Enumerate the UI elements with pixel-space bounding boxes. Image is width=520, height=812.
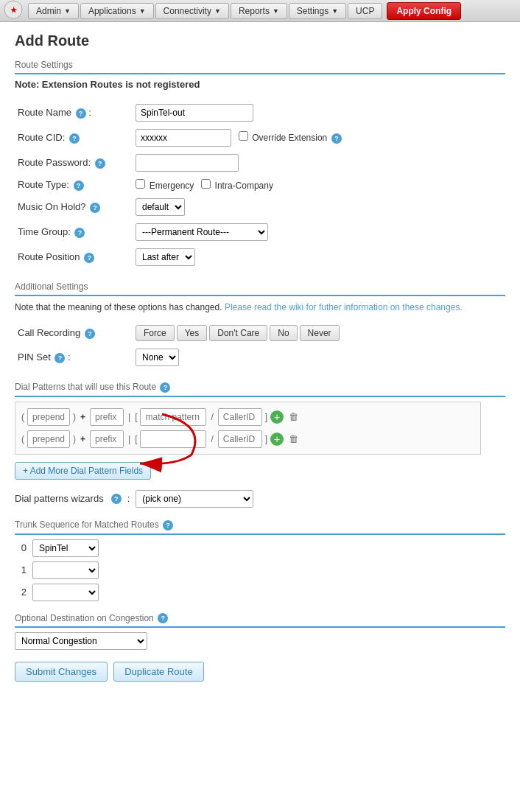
admin-arrow-icon: ▼ xyxy=(64,7,71,15)
route-settings-section: Route Settings Note: Extension Routes is… xyxy=(15,60,505,270)
dial-patterns-header: Dial Patterns that will use this Route ? xyxy=(15,382,505,397)
override-extension-checkbox[interactable] xyxy=(239,131,248,141)
svg-text:★: ★ xyxy=(10,6,18,14)
wizards-help-icon[interactable]: ? xyxy=(111,494,122,504)
dial-patterns-help-icon[interactable]: ? xyxy=(160,382,170,393)
trunk-select-0[interactable]: SpinTel xyxy=(32,539,99,557)
callerid-input-2[interactable] xyxy=(218,430,262,448)
logo: ★ xyxy=(3,0,24,21)
call-recording-help-icon[interactable]: ? xyxy=(85,329,95,339)
congestion-dropdown-row: Normal Congestion xyxy=(15,632,505,650)
match-input-2[interactable] xyxy=(140,430,206,448)
route-settings-header: Route Settings xyxy=(15,60,505,74)
route-type-label: Route Type: xyxy=(18,179,69,190)
time-group-select[interactable]: ---Permanent Route--- xyxy=(136,223,268,241)
music-on-hold-row: Music On Hold? ? default xyxy=(15,195,505,220)
emergency-label: Emergency xyxy=(150,181,194,191)
prefix-input-1[interactable] xyxy=(90,408,124,426)
route-name-label: Route Name xyxy=(18,107,71,118)
add-more-container: + Add More Dial Pattern Fields xyxy=(15,462,151,480)
route-cid-row: Route CID: ? Override Extension ? xyxy=(15,125,505,150)
pin-set-help-icon[interactable]: ? xyxy=(55,353,65,363)
prepend-input-2[interactable] xyxy=(27,430,70,448)
route-password-input[interactable] xyxy=(136,154,239,172)
route-password-row: Route Password: ? xyxy=(15,150,505,175)
intra-company-label: Intra-Company xyxy=(215,181,273,191)
add-row-1-icon[interactable]: + xyxy=(270,410,284,424)
force-button[interactable]: Force xyxy=(136,325,175,341)
reports-menu[interactable]: Reports ▼ xyxy=(231,3,287,19)
emergency-checkbox[interactable] xyxy=(136,179,145,189)
additional-settings-header: Additional Settings xyxy=(15,281,505,296)
trunk-sequence-header: Trunk Sequence for Matched Routes ? xyxy=(15,519,505,535)
prefix-input-2[interactable] xyxy=(90,430,124,448)
apply-config-button[interactable]: Apply Config xyxy=(387,2,461,20)
wizards-label: Dial patterns wizards xyxy=(15,493,104,504)
music-on-hold-select[interactable]: default xyxy=(136,198,185,216)
callerid-input-1[interactable] xyxy=(218,408,262,426)
never-button[interactable]: Never xyxy=(300,325,340,341)
time-group-label: Time Group: xyxy=(18,226,71,237)
pin-set-label: PIN Set xyxy=(18,351,51,363)
route-position-help-icon[interactable]: ? xyxy=(84,253,94,263)
trunk-select-1[interactable] xyxy=(32,561,99,579)
override-extension-help-icon[interactable]: ? xyxy=(331,133,342,144)
trunk-sequence-section: Trunk Sequence for Matched Routes ? 0 Sp… xyxy=(15,519,505,601)
route-position-select[interactable]: Last after xyxy=(136,248,195,266)
trunk-sequence-help-icon[interactable]: ? xyxy=(163,520,173,531)
trunk-num-1: 1 xyxy=(15,564,27,575)
additional-note: Note that the meaning of these options h… xyxy=(15,301,505,314)
trunk-select-2[interactable] xyxy=(32,584,99,601)
route-position-row: Route Position ? Last after xyxy=(15,245,505,270)
prepend-input-1[interactable] xyxy=(27,408,70,426)
yes-button[interactable]: Yes xyxy=(177,325,208,341)
wizards-select[interactable]: (pick one) xyxy=(136,490,253,508)
music-on-hold-help-icon[interactable]: ? xyxy=(90,203,100,213)
route-password-help-icon[interactable]: ? xyxy=(95,158,105,169)
add-more-button[interactable]: + Add More Dial Pattern Fields xyxy=(15,462,151,480)
congestion-help-icon[interactable]: ? xyxy=(158,613,168,623)
reports-arrow-icon: ▼ xyxy=(273,7,279,15)
warning-text: Note: Extension Routes is not registered xyxy=(15,79,505,90)
dial-pattern-row-2: ( ) + | [ / ] + 🗑 xyxy=(21,430,474,448)
recording-buttons-group: Force Yes Don't Care No Never xyxy=(136,325,502,341)
route-cid-help-icon[interactable]: ? xyxy=(69,133,80,144)
route-type-help-icon[interactable]: ? xyxy=(74,181,84,191)
pin-set-select[interactable]: None xyxy=(136,349,179,366)
time-group-row: Time Group: ? ---Permanent Route--- xyxy=(15,220,505,245)
congestion-header: Optional Destination on Congestion ? xyxy=(15,613,505,629)
route-cid-label: Route CID: xyxy=(18,132,65,143)
trunk-row-2: 2 xyxy=(15,584,505,601)
page-title: Add Route xyxy=(15,32,505,49)
trunk-row-1: 1 xyxy=(15,561,505,579)
dont-care-button[interactable]: Don't Care xyxy=(209,325,267,341)
submit-changes-button[interactable]: Submit Changes xyxy=(15,662,108,682)
top-navigation: ★ Admin ▼ Applications ▼ Connectivity ▼ … xyxy=(0,0,520,22)
wiki-link[interactable]: Please read the wiki for futher informat… xyxy=(225,302,463,312)
time-group-help-icon[interactable]: ? xyxy=(74,228,85,238)
ucp-button[interactable]: UCP xyxy=(348,3,382,19)
connectivity-arrow-icon: ▼ xyxy=(214,7,221,15)
congestion-select[interactable]: Normal Congestion xyxy=(15,632,147,650)
call-recording-row: Call Recording ? Force Yes Don't Care No… xyxy=(15,321,505,345)
admin-menu[interactable]: Admin ▼ xyxy=(28,3,79,19)
route-name-help-icon[interactable]: ? xyxy=(76,108,86,119)
delete-row-1-icon[interactable]: 🗑 xyxy=(287,410,300,424)
applications-menu[interactable]: Applications ▼ xyxy=(80,3,154,19)
settings-menu[interactable]: Settings ▼ xyxy=(289,3,346,19)
connectivity-menu[interactable]: Connectivity ▼ xyxy=(155,3,229,19)
additional-settings-section: Additional Settings Note that the meanin… xyxy=(15,281,505,370)
call-recording-label: Call Recording xyxy=(18,327,80,338)
add-row-2-icon[interactable]: + xyxy=(270,433,284,446)
match-input-1[interactable] xyxy=(140,408,206,426)
delete-row-2-icon[interactable]: 🗑 xyxy=(287,433,300,446)
route-name-input[interactable] xyxy=(136,104,253,122)
route-password-label: Route Password: xyxy=(18,157,91,168)
duplicate-route-button[interactable]: Duplicate Route xyxy=(113,662,204,682)
no-button[interactable]: No xyxy=(270,325,297,341)
intra-company-checkbox[interactable] xyxy=(201,179,211,189)
route-settings-table: Route Name ? : Route CID: ? Override Ext… xyxy=(15,100,505,270)
route-type-row: Route Type: ? Emergency Intra-Company xyxy=(15,175,505,195)
route-cid-input[interactable] xyxy=(136,129,231,147)
music-on-hold-label: Music On Hold? xyxy=(18,201,85,212)
